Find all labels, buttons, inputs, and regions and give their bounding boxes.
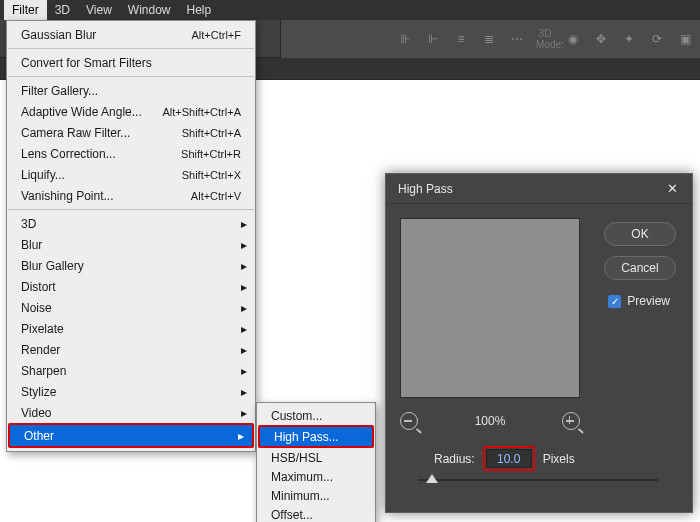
menu-item-shortcut: Alt+Ctrl+F — [191, 29, 241, 41]
zoom-out-icon[interactable] — [400, 412, 418, 430]
menu-item-label: Pixelate — [21, 322, 241, 336]
align-icon[interactable]: ≣ — [480, 32, 498, 46]
preview-label: Preview — [627, 294, 670, 308]
menubar: Filter 3D View Window Help — [0, 0, 700, 20]
chevron-right-icon: ▸ — [241, 343, 247, 357]
menu-item-shortcut: Shift+Ctrl+X — [182, 169, 241, 181]
submenu-item-custom[interactable]: Custom... — [257, 406, 375, 425]
menu-item-vanishing-point[interactable]: Vanishing Point...Alt+Ctrl+V — [7, 185, 255, 206]
menu-item-label: Noise — [21, 301, 241, 315]
other-submenu: Custom... High Pass... HSB/HSL Maximum..… — [256, 402, 376, 522]
menu-item-label: Vanishing Point... — [21, 189, 191, 203]
menu-item-label: Blur Gallery — [21, 259, 241, 273]
menu-item-label: Adaptive Wide Angle... — [21, 105, 162, 119]
menu-3d[interactable]: 3D — [47, 0, 78, 20]
radius-slider[interactable] — [418, 474, 658, 486]
zoom-level: 100% — [475, 414, 506, 428]
menu-item-3d[interactable]: 3D▸ — [7, 213, 255, 234]
menu-item-lens-correction[interactable]: Lens Correction...Shift+Ctrl+R — [7, 143, 255, 164]
filter-menu: Gaussian Blur Alt+Ctrl+F Convert for Sma… — [6, 20, 256, 452]
menu-item-video[interactable]: Video▸ — [7, 402, 255, 423]
menu-window[interactable]: Window — [120, 0, 179, 20]
menu-item-convert-smart[interactable]: Convert for Smart Filters — [7, 52, 255, 73]
preview-pane[interactable] — [400, 218, 580, 398]
menu-view[interactable]: View — [78, 0, 120, 20]
high-pass-dialog: High Pass ✕ OK Cancel ✓ Preview 100% Rad… — [385, 173, 693, 513]
menu-item-shortcut: Shift+Ctrl+A — [182, 127, 241, 139]
menu-item-label: Liquify... — [21, 168, 182, 182]
rotate-icon[interactable]: ⟳ — [648, 32, 666, 46]
menu-item-blur-gallery[interactable]: Blur Gallery▸ — [7, 255, 255, 276]
radius-label: Radius: — [434, 452, 475, 466]
chevron-right-icon: ▸ — [241, 301, 247, 315]
slider-track — [418, 479, 658, 481]
dialog-titlebar[interactable]: High Pass ✕ — [386, 174, 692, 204]
chevron-right-icon: ▸ — [241, 259, 247, 273]
align-icon[interactable]: ⊪ — [396, 32, 414, 46]
menu-item-gaussian-blur[interactable]: Gaussian Blur Alt+Ctrl+F — [7, 24, 255, 45]
menu-item-filter-gallery[interactable]: Filter Gallery... — [7, 80, 255, 101]
align-icon[interactable]: ≡ — [452, 32, 470, 46]
menu-item-noise[interactable]: Noise▸ — [7, 297, 255, 318]
chevron-right-icon: ▸ — [241, 385, 247, 399]
menu-item-other[interactable]: Other▸ — [10, 425, 252, 446]
menu-item-label: Render — [21, 343, 241, 357]
menu-item-liquify[interactable]: Liquify...Shift+Ctrl+X — [7, 164, 255, 185]
menu-item-adaptive-wide-angle[interactable]: Adaptive Wide Angle...Alt+Shift+Ctrl+A — [7, 101, 255, 122]
submenu-item-high-pass[interactable]: High Pass... — [260, 427, 372, 446]
menu-filter[interactable]: Filter — [4, 0, 47, 20]
menu-item-blur[interactable]: Blur▸ — [7, 234, 255, 255]
menu-item-label: Blur — [21, 238, 241, 252]
menu-item-label: Convert for Smart Filters — [21, 56, 241, 70]
menu-item-stylize[interactable]: Stylize▸ — [7, 381, 255, 402]
preview-checkbox[interactable]: ✓ Preview — [608, 294, 670, 308]
overflow-icon[interactable]: ⋯ — [508, 32, 526, 46]
submenu-item-offset[interactable]: Offset... — [257, 505, 375, 522]
menu-item-label: Lens Correction... — [21, 147, 181, 161]
menu-item-camera-raw[interactable]: Camera Raw Filter...Shift+Ctrl+A — [7, 122, 255, 143]
pan-icon[interactable]: ✥ — [592, 32, 610, 46]
chevron-right-icon: ▸ — [241, 406, 247, 420]
3d-mode-icon[interactable]: 3D Mode: — [536, 28, 554, 50]
chevron-right-icon: ▸ — [238, 429, 244, 443]
menu-item-label: Sharpen — [21, 364, 241, 378]
chevron-right-icon: ▸ — [241, 322, 247, 336]
submenu-item-minimum[interactable]: Minimum... — [257, 486, 375, 505]
move-icon[interactable]: ✦ — [620, 32, 638, 46]
menu-item-render[interactable]: Render▸ — [7, 339, 255, 360]
submenu-item-hsb-hsl[interactable]: HSB/HSL — [257, 448, 375, 467]
ok-button[interactable]: OK — [604, 222, 676, 246]
radius-input[interactable] — [486, 449, 532, 468]
radius-unit: Pixels — [543, 452, 575, 466]
menu-item-label: Other — [24, 429, 238, 443]
orbit-icon[interactable]: ◉ — [564, 32, 582, 46]
chevron-right-icon: ▸ — [241, 238, 247, 252]
chevron-right-icon: ▸ — [241, 217, 247, 231]
dialog-title: High Pass — [398, 182, 453, 196]
menu-item-label: Gaussian Blur — [21, 28, 191, 42]
menu-item-label: 3D — [21, 217, 241, 231]
radius-control: Radius: Pixels — [434, 446, 575, 471]
check-icon: ✓ — [608, 295, 621, 308]
menu-item-label: Stylize — [21, 385, 241, 399]
submenu-item-maximum[interactable]: Maximum... — [257, 467, 375, 486]
menu-item-label: Distort — [21, 280, 241, 294]
menu-item-label: Camera Raw Filter... — [21, 126, 182, 140]
menu-item-distort[interactable]: Distort▸ — [7, 276, 255, 297]
slider-thumb[interactable] — [426, 474, 438, 483]
menu-item-label: Video — [21, 406, 241, 420]
menu-item-pixelate[interactable]: Pixelate▸ — [7, 318, 255, 339]
menu-help[interactable]: Help — [179, 0, 220, 20]
close-icon[interactable]: ✕ — [652, 181, 692, 196]
menu-item-shortcut: Alt+Shift+Ctrl+A — [162, 106, 241, 118]
cancel-button[interactable]: Cancel — [604, 256, 676, 280]
options-bar-icons: ⊪ ⊩ ≡ ≣ ⋯ 3D Mode: ◉ ✥ ✦ ⟳ ▣ — [396, 20, 694, 58]
menu-item-sharpen[interactable]: Sharpen▸ — [7, 360, 255, 381]
align-icon[interactable]: ⊩ — [424, 32, 442, 46]
camera-icon[interactable]: ▣ — [676, 32, 694, 46]
zoom-controls: 100% — [400, 412, 580, 430]
menu-item-shortcut: Alt+Ctrl+V — [191, 190, 241, 202]
chevron-right-icon: ▸ — [241, 364, 247, 378]
zoom-in-icon[interactable] — [562, 412, 580, 430]
menu-item-label: Filter Gallery... — [21, 84, 241, 98]
